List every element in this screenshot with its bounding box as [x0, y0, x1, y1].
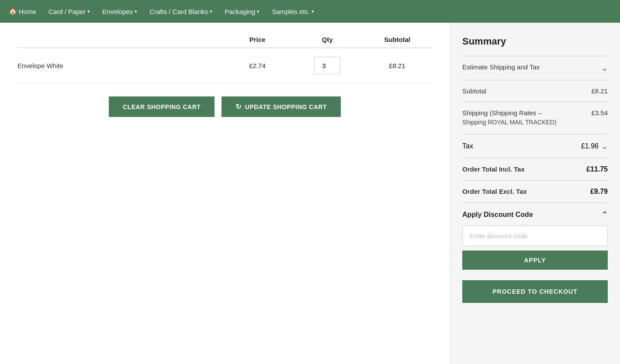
- nav-packaging[interactable]: Packaging ▾: [218, 8, 266, 15]
- main-nav: 🏠 Home Card / Paper ▾ Envelopes ▾ Crafts…: [0, 0, 620, 23]
- col-subtotal-header: Subtotal: [362, 36, 432, 43]
- chevron-up-icon: [601, 210, 608, 220]
- nav-home[interactable]: 🏠 Home: [9, 7, 42, 15]
- chevron-down-icon: ▾: [135, 9, 137, 14]
- refresh-icon: ↻: [236, 103, 242, 111]
- apply-discount-button[interactable]: APPLY: [462, 251, 608, 270]
- tax-value: £1.96: [581, 142, 599, 150]
- cart-table-header: Price Qty Subtotal: [17, 36, 432, 48]
- order-total-incl-value: £11.75: [586, 165, 608, 173]
- chevron-down-icon[interactable]: [601, 63, 608, 73]
- qty-column: [292, 57, 362, 74]
- shipping-value: £3.54: [591, 109, 608, 117]
- discount-header[interactable]: Apply Discount Code: [462, 210, 608, 220]
- shipping-label: Shipping (Shipping Rates – Shipping ROYA…: [462, 109, 591, 127]
- order-total-excl-label: Order Total Excl. Tax: [462, 188, 590, 195]
- discount-code-input[interactable]: [462, 226, 608, 246]
- nav-crafts-card-blanks[interactable]: Crafts / Card Blanks ▾: [143, 8, 218, 15]
- subtotal-label: Subtotal: [462, 87, 591, 95]
- chevron-down-icon: ▾: [210, 9, 212, 14]
- summary-panel: Summary Estimate Shipping and Tax Subtot…: [450, 23, 620, 364]
- subtotal-row: Subtotal £8.21: [462, 87, 608, 95]
- cart-area: Price Qty Subtotal Envelope White £2.74 …: [0, 23, 450, 364]
- estimate-shipping-row: Estimate Shipping and Tax: [462, 63, 608, 73]
- subtotal-value: £8.21: [591, 87, 608, 95]
- shipping-section: Shipping (Shipping Rates – Shipping ROYA…: [462, 102, 608, 134]
- nav-envelopes[interactable]: Envelopes ▾: [96, 8, 143, 15]
- product-name: Envelope White: [17, 62, 222, 69]
- estimate-shipping-label: Estimate Shipping and Tax: [462, 63, 601, 71]
- estimate-shipping-section: Estimate Shipping and Tax: [462, 56, 608, 80]
- page-container: Price Qty Subtotal Envelope White £2.74 …: [0, 23, 620, 364]
- nav-samples[interactable]: Samples etc. ▾: [266, 8, 320, 15]
- nav-card-paper[interactable]: Card / Paper ▾: [42, 8, 96, 15]
- order-total-incl-section: Order Total Incl. Tax £11.75: [462, 158, 608, 180]
- chevron-down-icon[interactable]: [601, 141, 608, 151]
- tax-section: Tax £1.96: [462, 134, 608, 158]
- tax-label: Tax: [462, 142, 473, 150]
- proceed-to-checkout-button[interactable]: PROCEED TO CHECKOUT: [462, 280, 608, 303]
- col-qty-header: Qty: [292, 36, 362, 43]
- chevron-down-icon: ▾: [312, 9, 314, 14]
- tax-row: Tax £1.96: [462, 141, 608, 151]
- product-price: £2.74: [222, 62, 292, 69]
- order-total-excl-section: Order Total Excl. Tax £9.79: [462, 180, 608, 203]
- order-total-excl-value: £9.79: [590, 188, 608, 196]
- update-cart-button[interactable]: ↻ UPDATE SHOPPING CART: [222, 96, 341, 117]
- discount-section: Apply Discount Code APPLY: [462, 203, 608, 276]
- col-price-header: Price: [222, 36, 292, 43]
- col-product-header: [17, 36, 222, 43]
- cart-buttons: CLEAR SHOPPING CART ↻ UPDATE SHOPPING CA…: [17, 96, 432, 117]
- product-subtotal: £8.21: [362, 62, 432, 69]
- order-total-incl-label: Order Total Incl. Tax: [462, 165, 586, 173]
- table-row: Envelope White £2.74 £8.21: [17, 48, 432, 83]
- summary-title: Summary: [462, 36, 608, 47]
- shipping-row: Shipping (Shipping Rates – Shipping ROYA…: [462, 109, 608, 127]
- discount-label: Apply Discount Code: [462, 211, 533, 219]
- shipping-sublabel: Shipping ROYAL MAIL TRACKED): [462, 118, 591, 127]
- chevron-down-icon: ▾: [87, 9, 90, 14]
- quantity-stepper[interactable]: [314, 57, 340, 74]
- clear-cart-button[interactable]: CLEAR SHOPPING CART: [109, 96, 215, 117]
- order-total-incl-row: Order Total Incl. Tax £11.75: [462, 165, 608, 173]
- order-total-excl-row: Order Total Excl. Tax £9.79: [462, 188, 608, 196]
- tax-right: £1.96: [581, 141, 608, 151]
- subtotal-section: Subtotal £8.21: [462, 80, 608, 102]
- home-icon: 🏠: [9, 7, 17, 15]
- chevron-down-icon: ▾: [257, 9, 260, 14]
